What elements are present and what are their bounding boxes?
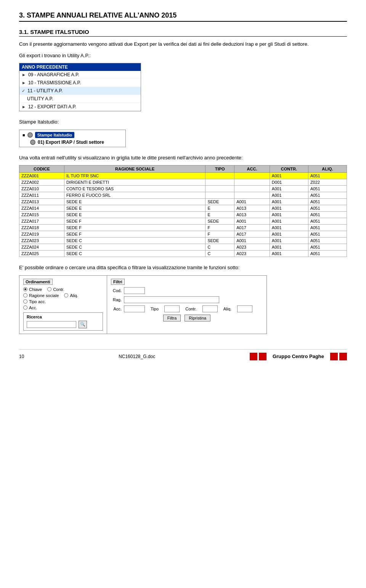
filter-btn-row: Filtra Ripristina (111, 315, 263, 321)
italstudio-header-btn[interactable]: Stampe Italstudio (35, 132, 75, 138)
cell-codice: ZZZA014 (19, 205, 64, 212)
menu-item-4[interactable]: ► 12 - EXPORT DATI A.P. (19, 103, 141, 111)
radio-acc-row: Acc. (23, 305, 103, 310)
radio-acc[interactable] (23, 305, 27, 310)
cell-acc (234, 179, 270, 186)
gear-icon-1 (27, 132, 33, 138)
radio-chiave-label: Chiave (29, 287, 42, 292)
table-row[interactable]: ZZZA023SEDE CSEDEA001A001A051 (19, 238, 347, 244)
cell-tipo: SEDE (205, 218, 234, 225)
cell-codice: ZZZA025 (19, 251, 64, 257)
intro-text: Con il presente aggiornamento vengono at… (19, 40, 347, 48)
cell-acc: A001 (234, 238, 270, 244)
check-icon-3: ✓ (22, 88, 25, 93)
cell-ragione: SEDE C (64, 238, 205, 244)
radio-chiave-row: Chiave Contr. (23, 287, 103, 292)
radio-aliq[interactable] (64, 293, 68, 297)
acc-label: Acc. (111, 307, 122, 311)
cell-acc: A017 (234, 231, 270, 238)
ricerca-input[interactable] (27, 321, 76, 328)
rag-label: Rag. (111, 297, 122, 302)
radio-chiave[interactable] (23, 287, 27, 291)
cell-tipo: SEDE (205, 199, 234, 205)
table-row[interactable]: ZZZA014SEDE EEA013A001A051 (19, 205, 347, 212)
cell-aliq: A051 (308, 225, 347, 231)
table-row[interactable]: ZZZA001IL TUO TFR SNCA001A051 (19, 173, 347, 179)
radio-ragione[interactable] (23, 293, 27, 297)
radio-acc-label: Acc. (29, 305, 37, 310)
cell-tipo: F (205, 231, 234, 238)
filter-cod-row: Cod. (111, 287, 263, 294)
cell-ragione: DIRIGENTI E DIRETTI (64, 179, 205, 186)
col-header-tipo: TIPO (205, 165, 234, 173)
cell-codice: ZZZA001 (19, 173, 64, 179)
table-row[interactable]: ZZZA013SEDE ESEDEA001A001A051 (19, 199, 347, 205)
cell-codice: ZZZA010 (19, 186, 64, 192)
cell-codice: ZZZA015 (19, 212, 64, 218)
cell-tipo: C (205, 244, 234, 251)
sub-title: 3.1. STAMPE ITALSTUDIO (19, 29, 347, 37)
acc-input[interactable] (124, 305, 145, 312)
footer: 10 NC160128_G.doc Gruppo Centro Paghe (19, 349, 347, 360)
table-row[interactable]: ZZZA010CONTO E TESORO SASA001A051 (19, 186, 347, 192)
menu-item-3[interactable]: ✓ 11 - UTILITY A.P. (19, 87, 141, 95)
logo-square-1 (250, 353, 257, 360)
cell-acc (234, 186, 270, 192)
logo-square-3 (330, 353, 338, 360)
menu-item-label-2: 10 - TRASMISSIONE A.P. (28, 80, 81, 85)
aliq-input[interactable] (237, 305, 252, 312)
table-row[interactable]: ZZZA017SEDE FSEDEA001A001A051 (19, 218, 347, 225)
cell-ragione: SEDE F (64, 218, 205, 225)
menu-item-sub[interactable]: UTILITY A.P. (19, 95, 141, 103)
menu-item-1[interactable]: ► 09 - ANAGRAFICHE A.P. (19, 71, 141, 79)
radio-tipo[interactable] (23, 299, 27, 304)
table-row[interactable]: ZZZА002DIRIGENTI E DIRETTID001Z022 (19, 179, 347, 186)
contr-input[interactable] (202, 305, 218, 312)
ricerca-btn[interactable]: 🔍 (79, 321, 87, 328)
cell-tipo (205, 192, 234, 199)
cell-aliq: A051 (308, 231, 347, 238)
cod-input[interactable] (124, 287, 145, 294)
ordinamenti-label: Ordinamenti (23, 279, 53, 285)
cell-acc (234, 192, 270, 199)
table-row[interactable]: ZZZA025SEDE CCA023A001A051 (19, 251, 347, 257)
cell-aliq: A051 (308, 244, 347, 251)
tipo-input[interactable] (164, 305, 180, 312)
table-row[interactable]: ZZZA015SEDE EEA013A001A051 (19, 212, 347, 218)
cell-aliq: A051 (308, 173, 347, 179)
cell-tipo: SEDE (205, 238, 234, 244)
cell-aliq: Z022 (308, 179, 347, 186)
cell-aliq: A051 (308, 212, 347, 218)
table-row[interactable]: ZZZA019SEDE FFA017A001A051 (19, 231, 347, 238)
cell-ragione: CONTO E TESORO SAS (64, 186, 205, 192)
menu-header: ANNO PRECEDENTE (19, 63, 141, 71)
table-row[interactable]: ZZZA024SEDE CCA023A001A051 (19, 244, 347, 251)
ripristina-button[interactable]: Ripristina (185, 315, 210, 321)
cell-codice: ZZZA018 (19, 225, 64, 231)
filter-acc-row: Acc. Tipo Contr. Aliq. (111, 305, 263, 312)
table-row[interactable]: ZZZA011FERRO E FUOCO SRLA001A051 (19, 192, 347, 199)
ricerca-group: Ricerca 🔍 (23, 312, 103, 331)
utility-text: Gli export i trovano in Utility A.P.: (19, 52, 347, 59)
cell-tipo: E (205, 205, 234, 212)
radio-contr[interactable] (47, 287, 51, 291)
table-row[interactable]: ZZZA018SEDE FFA017A001A051 (19, 225, 347, 231)
menu-item-2[interactable]: ► 10 - TRASMISSIONE A.P. (19, 79, 141, 87)
data-grid: CODICE RAGIONE SOCIALE TIPO ACC. CONTR. … (19, 165, 347, 257)
cell-contr: A001 (270, 199, 308, 205)
cell-contr: A001 (270, 173, 308, 179)
cell-contr: A001 (270, 205, 308, 212)
italstudio-item-1[interactable]: 01) Export IRAP / Studi settore (22, 140, 122, 145)
cell-contr: A001 (270, 192, 308, 199)
cell-acc: A013 (234, 205, 270, 212)
rag-input[interactable] (124, 296, 219, 303)
cell-aliq: A051 (308, 218, 347, 225)
tipo-label: Tipo (151, 307, 159, 311)
cell-aliq: A051 (308, 186, 347, 192)
cell-contr: A001 (270, 231, 308, 238)
cell-tipo: C (205, 251, 234, 257)
menu-item-label-4: 12 - EXPORT DATI A.P. (28, 104, 77, 109)
filtra-button[interactable]: Filtra (163, 315, 181, 321)
arrow-icon-1: ► (22, 72, 26, 77)
cell-aliq: A051 (308, 205, 347, 212)
